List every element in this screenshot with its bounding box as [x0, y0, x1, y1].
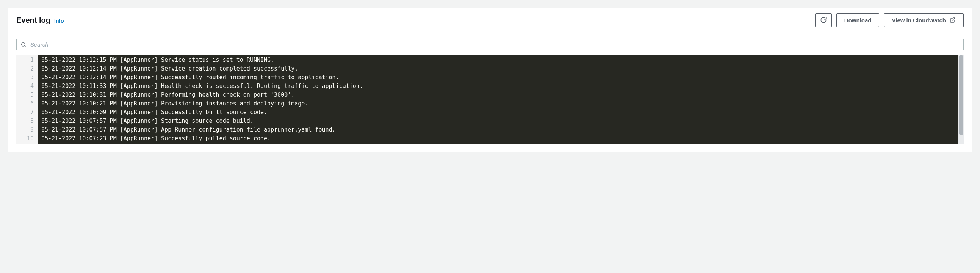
refresh-icon	[820, 17, 827, 24]
panel-header: Event log Info Download View in CloudWat…	[8, 8, 972, 34]
svg-line-0	[952, 18, 955, 21]
search-icon	[21, 42, 27, 48]
scrollbar-thumb[interactable]	[959, 55, 963, 135]
info-link[interactable]: Info	[54, 18, 64, 24]
download-label: Download	[844, 17, 872, 24]
title-wrap: Event log Info	[16, 16, 64, 25]
event-log-panel: Event log Info Download View in CloudWat…	[8, 8, 972, 152]
log-area: 1 2 3 4 5 6 7 8 9 10 05-21-2022 10:12:15…	[16, 55, 964, 144]
log-gutter: 1 2 3 4 5 6 7 8 9 10	[16, 55, 38, 144]
search-input[interactable]	[30, 42, 959, 48]
log-content[interactable]: 05-21-2022 10:12:15 PM [AppRunner] Servi…	[38, 55, 958, 144]
svg-line-2	[25, 46, 26, 47]
view-cloudwatch-label: View in CloudWatch	[892, 17, 946, 24]
refresh-button[interactable]	[815, 13, 832, 27]
action-buttons: Download View in CloudWatch	[815, 13, 964, 27]
search-box[interactable]	[16, 39, 964, 50]
panel-title: Event log	[16, 16, 50, 25]
panel-body: 1 2 3 4 5 6 7 8 9 10 05-21-2022 10:12:15…	[8, 34, 972, 152]
scrollbar[interactable]	[958, 55, 964, 144]
download-button[interactable]: Download	[836, 13, 880, 27]
view-cloudwatch-button[interactable]: View in CloudWatch	[884, 13, 964, 27]
external-link-icon	[950, 17, 956, 23]
